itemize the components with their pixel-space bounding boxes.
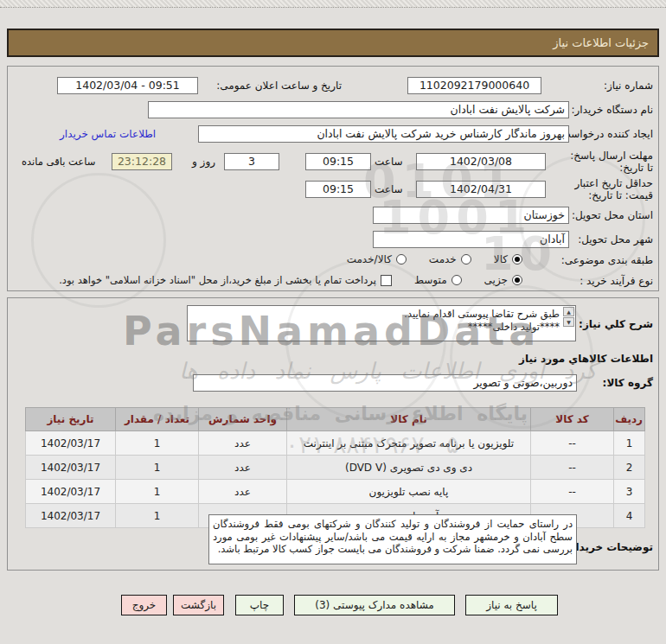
col-item-code: کد کالا: [531, 408, 614, 431]
deadline-label: مهلت ارسال پاسخ: تا تاریخ:: [565, 150, 653, 174]
option-minor-label: جزیی: [484, 274, 508, 286]
cell-unit: عدد: [199, 456, 287, 480]
option-medium-label: متوسط: [414, 274, 447, 286]
hours-remaining-label: ساعت باقی مانده: [22, 153, 95, 170]
validity-date-field[interactable]: 1402/04/31: [416, 181, 546, 198]
process-type-label: نوع فرآیند خرید :: [580, 272, 653, 290]
remaining-days-field[interactable]: 3: [224, 153, 279, 170]
cell-unit: عدد: [199, 480, 287, 504]
buyer-notes-textarea[interactable]: در راستای حمایت از فروشندگان و تولید کنن…: [208, 514, 577, 564]
cell-item-name: دی وی دی تصویری (DVD V): [287, 456, 531, 480]
cell-need-date: 1402/03/17: [26, 431, 116, 456]
table-row: 3 -- پایه نصب تلویزیون عدد 1 1402/03/17: [26, 480, 645, 504]
city-field[interactable]: آبادان: [373, 231, 569, 248]
print-button[interactable]: چاپ: [235, 595, 284, 615]
province-field[interactable]: خوزستان: [373, 207, 569, 224]
price-validity-label: حداقل تاریخ اعتبار قیمت: تا تاریخ:: [554, 177, 653, 201]
announce-datetime-field[interactable]: 1402/03/04 - 09:51: [57, 77, 198, 94]
buyer-org-label: نام دستگاه خریدار:: [572, 101, 654, 118]
scroll-up-icon[interactable]: ▲: [563, 307, 574, 316]
validity-time-field[interactable]: 09:15: [305, 181, 371, 198]
radio-medium-icon[interactable]: [451, 275, 462, 285]
cell-need-date: 1402/03/17: [26, 480, 116, 504]
option-goods-label: کالا: [494, 253, 508, 265]
cell-quantity: 1: [116, 504, 199, 528]
cell-row-no: 4: [614, 504, 645, 528]
cell-unit: عدد: [199, 431, 287, 456]
need-number-label: شماره نیاز:: [604, 77, 653, 94]
goods-group-label: گروه کالا:: [603, 374, 653, 392]
creator-label: ایجاد کننده درخواست:: [557, 125, 653, 143]
table-row: 2 -- دی وی دی تصویری (DVD V) عدد 1 1402/…: [26, 456, 645, 480]
page-title: جزئیات اطلاعات نیاز: [7, 29, 659, 57]
cell-quantity: 1: [116, 456, 199, 480]
validity-hour-label: ساعت: [375, 181, 403, 198]
goods-table-header-row: ردیف کد کالا نام کالا واحد شمارش تعداد /…: [26, 408, 645, 431]
classification-options: کالا خدمت کالا/خدمت: [347, 253, 522, 265]
cell-item-name: تلویزیون یا برنامه تصویر متحرک مبتنی بر …: [287, 431, 531, 456]
top-texture-strip: [0, 0, 666, 8]
cell-item-code: --: [531, 431, 614, 456]
classification-label: طبقه بندی موضوعی:: [561, 252, 653, 269]
option-service-label: خدمت: [429, 253, 457, 265]
need-number-field[interactable]: 1102092179000640: [407, 77, 541, 94]
general-info-panel: شماره نیاز: 1102092179000640 تاریخ و ساع…: [7, 66, 659, 291]
deadline-date-field[interactable]: 1402/03/08: [416, 153, 546, 170]
textarea-scrollbar[interactable]: ▲ ▼: [563, 307, 574, 327]
radio-service-icon[interactable]: [461, 254, 471, 265]
need-details-page: جزئیات اطلاعات نیاز شماره نیاز: 11020921…: [0, 0, 666, 644]
deadline-hour-label: ساعت: [375, 153, 403, 170]
cell-row-no: 3: [614, 480, 645, 504]
cell-item-name: پایه نصب تلویزیون: [287, 480, 531, 504]
goods-info-panel: شرح کلي نیاز: طبق شرح تقاضا پیوستی اقدام…: [7, 297, 659, 571]
exit-button[interactable]: خروج: [121, 595, 167, 615]
view-attached-docs-button[interactable]: مشاهده مدارک پیوستی (3): [294, 595, 455, 615]
col-unit: واحد شمارش: [199, 408, 287, 431]
buyer-contact-link[interactable]: اطلاعات تماس خریدار: [60, 125, 156, 143]
goods-group-field[interactable]: دوربین،صوتی و تصویر: [193, 374, 577, 392]
city-label: شهر محل تحویل:: [578, 231, 653, 248]
treasury-option[interactable]: پرداخت تمام یا بخشی از مبلغ خرید،از محل …: [59, 274, 392, 286]
option-minor[interactable]: جزیی: [484, 274, 522, 286]
cell-row-no: 1: [614, 431, 645, 456]
province-label: استان محل تحویل:: [572, 207, 653, 224]
cell-need-date: 1402/03/17: [26, 504, 116, 528]
days-and-label: روز و: [192, 153, 215, 170]
back-button[interactable]: بازگشت: [173, 595, 224, 615]
radio-minor-icon[interactable]: [512, 275, 522, 285]
announce-datetime-label: تاریخ و ساعت اعلان عمومی:: [202, 77, 342, 94]
countdown-timer: 23:12:28: [112, 153, 172, 170]
creator-field[interactable]: بهروز ماندگار کارشناس خرید شرکت پالایش ن…: [198, 125, 569, 143]
respond-to-need-button[interactable]: پاسخ به نیاز: [465, 595, 558, 615]
option-goods-service-label: کالا/خدمت: [347, 253, 392, 265]
page-title-text: جزئیات اطلاعات نیاز: [553, 36, 649, 49]
col-row-no: ردیف: [614, 408, 645, 431]
buyer-org-field[interactable]: شرکت پالایش نفت ابادان: [148, 101, 569, 118]
scroll-down-icon[interactable]: ▼: [563, 317, 574, 327]
treasury-checkbox-icon[interactable]: [381, 275, 392, 286]
deadline-time-field[interactable]: 09:15: [305, 153, 371, 170]
buyer-notes-text: در راستای حمایت از فروشندگان و تولید کنن…: [213, 518, 573, 562]
cell-quantity: 1: [116, 431, 199, 456]
cell-need-date: 1402/03/17: [26, 456, 116, 480]
col-quantity: تعداد / مقدار: [116, 408, 199, 431]
cell-item-code: --: [531, 456, 614, 480]
general-desc-textarea[interactable]: طبق شرح تقاضا پیوستی اقدام نمایید. ****ت…: [187, 305, 576, 341]
table-row: 1 -- تلویزیون یا برنامه تصویر متحرک مبتن…: [26, 431, 645, 456]
radio-goods-icon[interactable]: [512, 254, 522, 265]
goods-section-header: اطلاعات کالاهاي مورد نیاز: [519, 350, 653, 367]
option-goods-service[interactable]: کالا/خدمت: [347, 253, 407, 265]
goods-table: ردیف کد کالا نام کالا واحد شمارش تعداد /…: [25, 407, 645, 528]
radio-goods-service-icon[interactable]: [396, 254, 407, 265]
buyer-notes-label: توضیحات خریدار:: [566, 539, 653, 556]
cell-item-code: --: [531, 480, 614, 504]
treasury-label: پرداخت تمام یا بخشی از مبلغ خرید،از محل …: [59, 274, 376, 286]
option-goods[interactable]: کالا: [494, 253, 522, 265]
cell-quantity: 1: [116, 480, 199, 504]
cell-row-no: 2: [614, 456, 645, 480]
col-need-date: تاریخ نیاز: [26, 408, 116, 431]
process-type-options: جزیی متوسط پرداخت تمام یا بخشی از مبلغ خ…: [59, 274, 522, 286]
option-medium[interactable]: متوسط: [414, 274, 462, 286]
col-item-name: نام کالا: [287, 408, 531, 431]
option-service[interactable]: خدمت: [429, 253, 471, 265]
